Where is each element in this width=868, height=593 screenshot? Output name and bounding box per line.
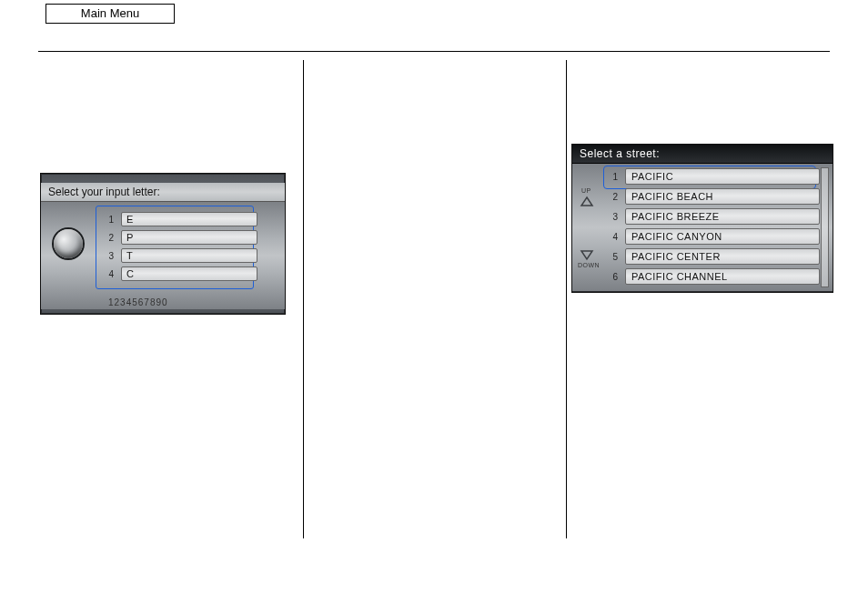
row-index: 4: [97, 269, 117, 279]
scrollbar[interactable]: [821, 167, 829, 287]
row-index: 2: [603, 192, 621, 202]
column-divider-2: [566, 60, 567, 538]
row-value: T: [126, 250, 133, 261]
row-index: 6: [603, 272, 621, 282]
row-value: PACIFIC BEACH: [631, 191, 713, 202]
letter-list[interactable]: 1E 2P 3T 4C: [97, 209, 257, 284]
list-item[interactable]: 2P: [97, 229, 257, 246]
row-value: PACIFIC CHANNEL: [631, 271, 728, 282]
row-value: PACIFIC: [631, 171, 673, 182]
row-value: PACIFIC CENTER: [631, 251, 721, 262]
arrow-up-icon[interactable]: [580, 195, 594, 209]
dial-knob[interactable]: [54, 229, 83, 258]
row-index: 3: [603, 212, 621, 222]
svg-marker-1: [581, 251, 592, 259]
street-panel-title: Select a street:: [572, 145, 833, 164]
main-menu-label: Main Menu: [45, 4, 175, 24]
letter-device: Select your input letter: 1E 2P 3T 4C 12…: [40, 173, 286, 315]
row-value: E: [126, 214, 134, 225]
row-value: PACIFIC BREEZE: [631, 211, 720, 222]
street-list[interactable]: 1PACIFIC 2PACIFIC BEACH 3PACIFIC BREEZE …: [603, 166, 820, 287]
street-device: Select a street: UP DOWN 1PACIFIC 2PACIF…: [571, 144, 833, 293]
list-item[interactable]: 5PACIFIC CENTER: [603, 247, 820, 266]
list-item[interactable]: 4C: [97, 266, 257, 282]
arrow-down-icon[interactable]: [580, 247, 594, 262]
list-item[interactable]: 1E: [97, 211, 257, 227]
column-divider-1: [303, 60, 304, 538]
letter-panel-title: Select your input letter:: [41, 183, 285, 202]
svg-marker-0: [581, 197, 592, 206]
list-item[interactable]: 4PACIFIC CANYON: [603, 227, 820, 246]
arrow-up-label: UP: [581, 187, 591, 194]
header-divider: [38, 51, 830, 52]
row-index: 2: [97, 233, 117, 243]
list-item[interactable]: 6PACIFIC CHANNEL: [603, 267, 820, 286]
list-item[interactable]: 3PACIFIC BREEZE: [603, 207, 820, 226]
row-value: PACIFIC CANYON: [631, 231, 722, 242]
row-index: 4: [603, 232, 621, 242]
row-index: 3: [97, 251, 117, 261]
arrow-down-label: DOWN: [578, 262, 600, 268]
row-index: 1: [603, 172, 621, 182]
row-value: P: [126, 232, 134, 243]
number-row: 1234567890: [108, 297, 168, 307]
list-item[interactable]: 2PACIFIC BEACH: [603, 187, 820, 206]
row-index: 5: [603, 252, 621, 262]
list-item[interactable]: 1PACIFIC: [603, 167, 820, 186]
row-value: C: [126, 268, 134, 279]
row-index: 1: [97, 215, 117, 225]
list-item[interactable]: 3T: [97, 247, 257, 264]
